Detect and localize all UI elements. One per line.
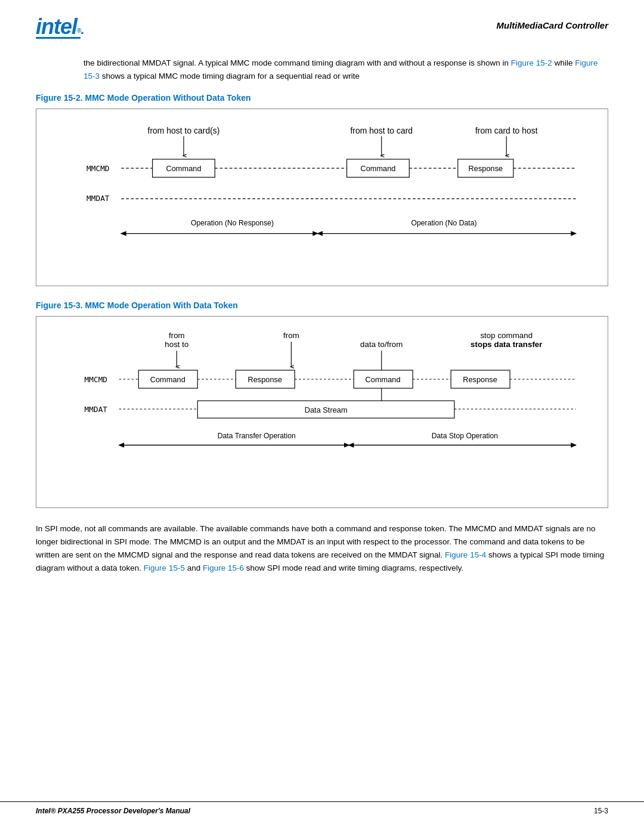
label-from-host-cards: from host to card(s) [148,126,220,135]
resp1-label-fig1: Response [469,164,503,173]
resp1-label-fig2: Response [247,375,282,384]
label-from-fig2: from [169,332,185,340]
header-title: MultiMediaCard Controller [496,14,608,30]
cmd2-label-fig2: Command [366,375,401,384]
cmd2-label-fig1: Command [360,164,395,173]
figure15-5-link[interactable]: Figure 15-5 [144,563,185,572]
footer-right: 15-3 [594,807,608,815]
data-transfer-op: Data Transfer Operation [218,432,296,440]
figure2-diagram: from host to from data to/from stop comm… [36,316,608,507]
label-data-tofrom: data to/from [360,340,402,349]
main-content: the bidirectional MMDAT signal. A typica… [0,57,644,575]
data-stop-op: Data Stop Operation [432,432,498,440]
figure2-svg: from host to from data to/from stop comm… [48,329,590,495]
figure1-diagram: from host to card(s) from host to card f… [36,109,608,286]
op-no-response: Operation (No Response) [191,219,274,227]
intro-paragraph: the bidirectional MMDAT signal. A typica… [83,57,608,82]
cmd1-label-fig1: Command [166,164,201,173]
signal1-label-fig1: MMCMD [86,164,110,173]
label-stop-command: stop command [480,332,532,340]
label-from-card-host: from card to host [475,126,538,135]
mmcmd-label-fig2: MMCMD [85,375,108,384]
signal2-label-fig1: MMDAT [86,194,110,203]
figure15-2-link[interactable]: Figure 15-2 [511,58,552,67]
op-no-data: Operation (No Data) [411,219,477,227]
label-host-to-fig2: host to [165,340,188,349]
page-footer: Intel® PXA255 Processor Developer's Manu… [0,801,644,815]
resp2-label-fig2: Response [463,375,497,384]
intel-logo: intel®. [36,14,84,39]
label-from-host-card: from host to card [350,126,413,135]
figure15-4-link[interactable]: Figure 15-4 [445,550,486,559]
label-from2-fig2: from [283,332,299,340]
figure2-title: Figure 15-3. MMC Mode Operation With Dat… [36,301,608,310]
body-paragraph: In SPI mode, not all commands are availa… [36,522,608,575]
data-stream-label: Data Stream [305,405,348,414]
figure1-title: Figure 15-2. MMC Mode Operation Without … [36,93,608,103]
footer-left: Intel® PXA255 Processor Developer's Manu… [36,807,190,815]
cmd1-label-fig2: Command [150,375,185,384]
page-header: intel®. MultiMediaCard Controller [0,0,644,45]
mmdat-label-fig2: MMDAT [85,405,108,414]
label-stops-data: stops data transfer [470,340,542,349]
intel-logo-container: intel®. [36,14,84,39]
figure15-6-link[interactable]: Figure 15-6 [203,563,244,572]
figure1-svg: from host to card(s) from host to card f… [48,121,590,274]
